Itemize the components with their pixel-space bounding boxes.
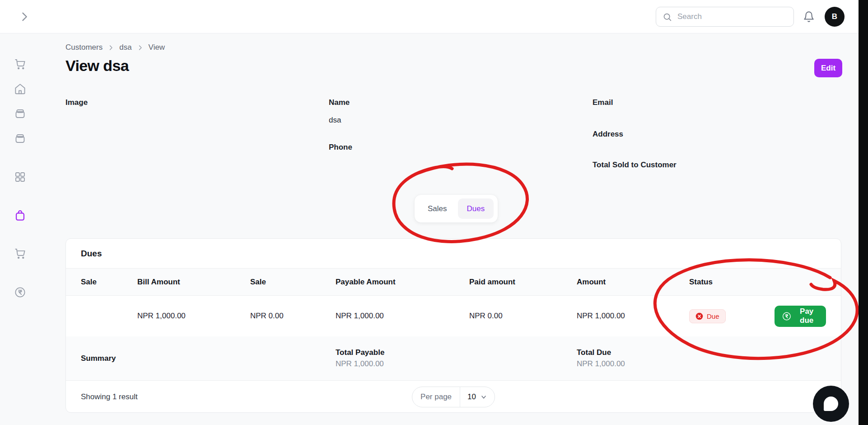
user-avatar[interactable]: B	[825, 7, 845, 27]
cell-bill-amount: NPR 1,000.00	[137, 312, 250, 321]
shopping-bag-icon	[14, 209, 26, 222]
chevron-down-icon	[480, 393, 487, 401]
app-window: B Customers dsa View	[0, 0, 868, 425]
chevron-right-icon	[137, 44, 144, 51]
status-badge: Due	[689, 309, 726, 323]
sidebar-item-pos[interactable]	[14, 58, 26, 70]
total-payable-block: Total Payable NPR 1,000.00	[336, 348, 469, 368]
x-circle-icon	[695, 312, 703, 320]
dues-card-title: Dues	[81, 249, 102, 259]
col-header-payable-amount: Payable Amount	[336, 278, 469, 287]
cart-icon	[14, 247, 26, 260]
cell-amount: NPR 1,000.00	[577, 312, 689, 321]
sidebar	[0, 33, 42, 425]
sidebar-item-home[interactable]	[14, 83, 26, 95]
grid-icon	[14, 171, 26, 183]
dues-table-footer: Showing 1 result Per page 10	[66, 381, 841, 413]
rupee-circle-icon	[782, 311, 791, 322]
dues-card-header: Dues	[66, 239, 841, 269]
breadcrumb-dsa[interactable]: dsa	[119, 43, 131, 52]
total-due-value: NPR 1,000.00	[577, 359, 689, 368]
pay-due-button-label: Pay due	[795, 307, 818, 325]
total-payable-label: Total Payable	[336, 348, 469, 357]
sidebar-item-products[interactable]	[14, 108, 26, 120]
tab-sales[interactable]: Sales	[419, 198, 456, 219]
chat-icon	[824, 397, 838, 411]
per-page-value: 10	[467, 392, 476, 401]
col-header-sale: Sale	[81, 278, 137, 287]
sidebar-toggle-button[interactable]	[18, 10, 31, 23]
avatar-initial: B	[832, 12, 837, 21]
total-sold-field-label: Total Sold to Customer	[593, 161, 782, 170]
tab-dues[interactable]: Dues	[458, 198, 494, 219]
breadcrumb: Customers dsa View	[65, 43, 165, 52]
cell-sale-2: NPR 0.00	[250, 312, 336, 321]
dues-card: Dues Sale Bill Amount Sale Payable Amoun…	[65, 238, 841, 413]
col-header-status: Status	[689, 278, 826, 287]
total-payable-value: NPR 1,000.00	[336, 359, 469, 368]
sidebar-item-apps[interactable]	[14, 171, 26, 183]
sidebar-item-sales[interactable]	[14, 247, 26, 260]
home-icon	[14, 83, 26, 95]
dues-table-row: NPR 1,000.00 NPR 0.00 NPR 1,000.00 NPR 0…	[66, 296, 841, 336]
chat-launcher-button[interactable]	[813, 386, 849, 422]
search-icon	[663, 12, 672, 22]
chevron-right-icon	[107, 44, 114, 51]
search-box[interactable]	[656, 7, 794, 27]
sidebar-item-payments[interactable]	[14, 286, 26, 298]
results-count-text: Showing 1 result	[81, 392, 138, 401]
summary-label: Summary	[81, 354, 336, 363]
bell-icon	[803, 11, 815, 23]
address-field-label: Address	[593, 130, 782, 139]
col-header-paid-amount: Paid amount	[469, 278, 577, 287]
breadcrumb-view: View	[149, 43, 165, 52]
cell-paid-amount: NPR 0.00	[469, 312, 577, 321]
screen-edge-strip	[859, 0, 868, 425]
sales-dues-tab-group: Sales Dues	[415, 195, 498, 222]
archive-box-icon	[14, 132, 26, 145]
breadcrumb-customers[interactable]: Customers	[65, 43, 103, 52]
search-input[interactable]	[677, 12, 787, 22]
sidebar-item-customers[interactable]	[14, 209, 26, 222]
dues-table-summary-row: Summary Total Payable NPR 1,000.00 Total…	[66, 336, 841, 381]
email-field-label: Email	[593, 98, 782, 107]
notifications-button[interactable]	[803, 11, 815, 23]
name-field-label: Name	[329, 98, 518, 107]
total-due-label: Total Due	[577, 348, 689, 357]
col-header-amount: Amount	[577, 278, 689, 287]
name-field-value: dsa	[329, 116, 518, 125]
page-title: View dsa	[65, 57, 129, 75]
archive-box-icon	[14, 108, 26, 120]
status-badge-label: Due	[707, 312, 719, 320]
cart-icon	[14, 58, 26, 70]
total-due-block: Total Due NPR 1,000.00	[577, 348, 689, 368]
image-field-label: Image	[65, 98, 88, 107]
cell-payable-amount: NPR 1,000.00	[336, 312, 469, 321]
topbar: B	[0, 0, 868, 33]
edit-button[interactable]: Edit	[814, 59, 842, 77]
per-page-select[interactable]: Per page 10	[412, 387, 495, 407]
col-header-sale-2: Sale	[250, 278, 336, 287]
pay-due-button[interactable]: Pay due	[775, 306, 826, 327]
chevron-right-icon	[18, 10, 31, 23]
phone-field-label: Phone	[329, 143, 518, 152]
sidebar-item-inventory[interactable]	[14, 132, 26, 145]
per-page-label: Per page	[412, 387, 460, 407]
cell-status: Due Pay due	[689, 306, 826, 327]
rupee-circle-icon	[14, 286, 26, 298]
dues-table-header-row: Sale Bill Amount Sale Payable Amount Pai…	[66, 269, 841, 296]
col-header-bill-amount: Bill Amount	[137, 278, 250, 287]
